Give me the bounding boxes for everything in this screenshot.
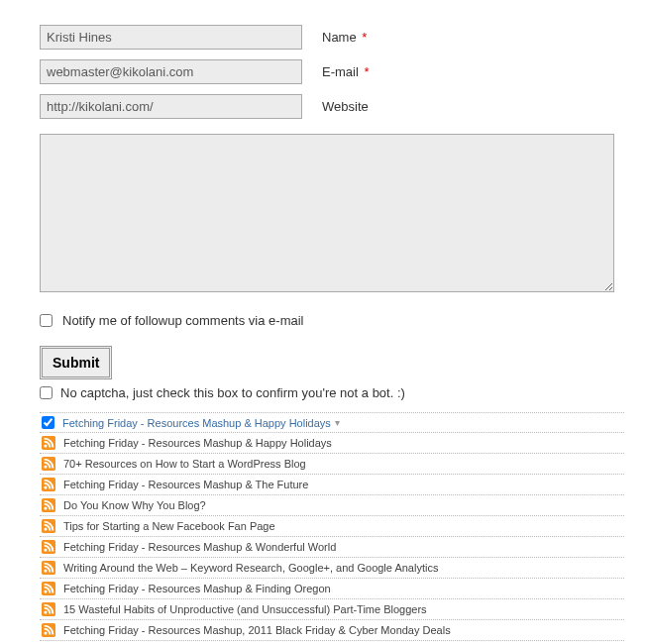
rss-icon: [42, 623, 55, 637]
rss-icon: [42, 498, 55, 512]
selected-post-link[interactable]: Fetching Friday - Resources Mashup & Hap…: [62, 417, 331, 429]
notify-label: Notify me of followup comments via e-mai…: [62, 313, 303, 328]
rss-icon: [42, 519, 55, 533]
website-label: Website: [322, 99, 369, 114]
required-mark: *: [362, 30, 367, 45]
post-title[interactable]: Fetching Friday - Resources Mashup, 2011…: [63, 624, 451, 636]
post-select-checkbox[interactable]: [42, 416, 54, 429]
post-title[interactable]: 15 Wasteful Habits of Unproductive (and …: [63, 603, 427, 615]
post-title[interactable]: Fetching Friday - Resources Mashup & Won…: [63, 541, 336, 553]
rss-icon: [42, 602, 55, 616]
captcha-checkbox[interactable]: [40, 386, 53, 399]
rss-icon: [42, 561, 55, 575]
required-mark: *: [364, 64, 369, 79]
post-title[interactable]: Writing Around the Web – Keyword Researc…: [63, 562, 438, 574]
chevron-down-icon[interactable]: ▾: [335, 417, 340, 428]
posts-list: Fetching Friday - Resources Mashup & Hap…: [40, 412, 624, 641]
post-title[interactable]: 70+ Resources on How to Start a WordPres…: [63, 458, 306, 470]
post-title[interactable]: Do You Know Why You Blog?: [63, 499, 206, 511]
post-title[interactable]: Fetching Friday - Resources Mashup & The…: [63, 479, 308, 490]
email-label: E-mail *: [322, 64, 370, 79]
post-row: Fetching Friday - Resources Mashup & Won…: [40, 537, 624, 558]
post-row: Writing Around the Web – Keyword Researc…: [40, 558, 624, 579]
rss-icon: [42, 540, 55, 554]
name-input[interactable]: [40, 25, 302, 50]
post-title[interactable]: Fetching Friday - Resources Mashup & Fin…: [63, 583, 331, 594]
post-title[interactable]: Tips for Starting a New Facebook Fan Pag…: [63, 520, 275, 532]
post-row: Fetching Friday - Resources Mashup & Fin…: [40, 579, 624, 599]
rss-icon: [42, 478, 55, 491]
rss-icon: [42, 457, 55, 471]
post-row: Tips for Starting a New Facebook Fan Pag…: [40, 516, 624, 537]
website-input[interactable]: [40, 94, 302, 119]
post-row: Fetching Friday - Resources Mashup & Hap…: [40, 433, 624, 454]
post-row: Do You Know Why You Blog?: [40, 495, 624, 516]
comment-textarea[interactable]: [40, 134, 614, 292]
post-row: Fetching Friday - Resources Mashup & The…: [40, 475, 624, 495]
post-row: 15 Wasteful Habits of Unproductive (and …: [40, 599, 624, 620]
post-title[interactable]: Fetching Friday - Resources Mashup & Hap…: [63, 437, 332, 449]
name-label: Name *: [322, 30, 367, 45]
submit-button[interactable]: Submit: [40, 346, 112, 379]
post-row: 70+ Resources on How to Start a WordPres…: [40, 454, 624, 475]
post-row: Fetching Friday - Resources Mashup, 2011…: [40, 620, 624, 641]
captcha-label: No captcha, just check this box to confi…: [60, 385, 405, 400]
notify-checkbox[interactable]: [40, 314, 53, 327]
rss-icon: [42, 582, 55, 595]
rss-icon: [42, 436, 55, 450]
selected-post-row: Fetching Friday - Resources Mashup & Hap…: [40, 412, 624, 433]
email-input[interactable]: [40, 59, 302, 84]
